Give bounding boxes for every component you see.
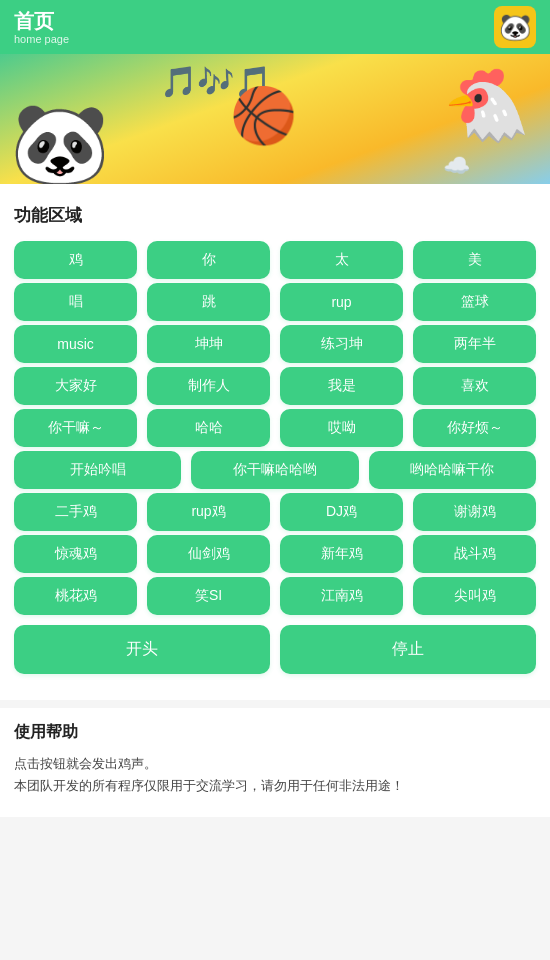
btn-niganmahahayao[interactable]: 你干嘛哈哈哟	[191, 451, 358, 489]
btn-jianjiaoji[interactable]: 尖叫鸡	[413, 577, 536, 615]
header-title-block: 首页 home page	[14, 9, 69, 45]
panda-icon: 🐼	[10, 104, 110, 184]
button-row-8: 惊魂鸡 仙剑鸡 新年鸡 战斗鸡	[14, 535, 536, 573]
help-title: 使用帮助	[14, 722, 536, 743]
page-title: 首页	[14, 9, 69, 33]
btn-mei[interactable]: 美	[413, 241, 536, 279]
button-row-5: 你干嘛～ 哈哈 哎呦 你好烦～	[14, 409, 536, 447]
action-row: 开头 停止	[14, 625, 536, 674]
btn-zhandouji[interactable]: 战斗鸡	[413, 535, 536, 573]
banner: 🎵🎶🎵 🐼 🏀 🐔 ☁️	[0, 54, 550, 184]
btn-kunkun[interactable]: 坤坤	[147, 325, 270, 363]
btn-woshi[interactable]: 我是	[280, 367, 403, 405]
btn-chang[interactable]: 唱	[14, 283, 137, 321]
basketball-icon: 🏀	[230, 84, 297, 147]
btn-aiyou[interactable]: 哎呦	[280, 409, 403, 447]
btn-niganma[interactable]: 你干嘛～	[14, 409, 137, 447]
button-row-1: 鸡 你 太 美	[14, 241, 536, 279]
btn-zhizuoren[interactable]: 制作人	[147, 367, 270, 405]
btn-tiao[interactable]: 跳	[147, 283, 270, 321]
function-section-title: 功能区域	[14, 204, 536, 227]
btn-jinghungji[interactable]: 惊魂鸡	[14, 535, 137, 573]
btn-xinnianii[interactable]: 新年鸡	[280, 535, 403, 573]
help-text-line2: 本团队开发的所有程序仅限用于交流学习，请勿用于任何非法用途！	[14, 775, 536, 797]
button-row-3: music 坤坤 练习坤 两年半	[14, 325, 536, 363]
button-row-2: 唱 跳 rup 篮球	[14, 283, 536, 321]
btn-music[interactable]: music	[14, 325, 137, 363]
btn-kaishiyinchang[interactable]: 开始吟唱	[14, 451, 181, 489]
btn-yoahahamaganni[interactable]: 哟哈哈嘛干你	[369, 451, 536, 489]
btn-ni[interactable]: 你	[147, 241, 270, 279]
main-content: 功能区域 鸡 你 太 美 唱 跳 rup 篮球 music 坤坤 练习坤 两年半…	[0, 184, 550, 700]
btn-xianjianji[interactable]: 仙剑鸡	[147, 535, 270, 573]
button-row-9: 桃花鸡 笑SI 江南鸡 尖叫鸡	[14, 577, 536, 615]
btn-xihuan[interactable]: 喜欢	[413, 367, 536, 405]
btn-liangnianban[interactable]: 两年半	[413, 325, 536, 363]
btn-taohuaji[interactable]: 桃花鸡	[14, 577, 137, 615]
btn-rupji[interactable]: rup鸡	[147, 493, 270, 531]
button-row-7: 二手鸡 rup鸡 DJ鸡 谢谢鸡	[14, 493, 536, 531]
stop-button[interactable]: 停止	[280, 625, 536, 674]
btn-rup[interactable]: rup	[280, 283, 403, 321]
avatar-emoji: 🐼	[499, 12, 531, 43]
btn-dajiahao[interactable]: 大家好	[14, 367, 137, 405]
btn-jiangnanji[interactable]: 江南鸡	[280, 577, 403, 615]
btn-nihaofan[interactable]: 你好烦～	[413, 409, 536, 447]
help-text-line1: 点击按钮就会发出鸡声。	[14, 753, 536, 775]
btn-tai[interactable]: 太	[280, 241, 403, 279]
chicken-icon: 🐔	[443, 64, 530, 146]
btn-xiejieji[interactable]: 谢谢鸡	[413, 493, 536, 531]
btn-djji[interactable]: DJ鸡	[280, 493, 403, 531]
start-button[interactable]: 开头	[14, 625, 270, 674]
button-row-4: 大家好 制作人 我是 喜欢	[14, 367, 536, 405]
btn-xiaosi[interactable]: 笑SI	[147, 577, 270, 615]
avatar: 🐼	[494, 6, 536, 48]
banner-inner: 🎵🎶🎵 🐼 🏀 🐔 ☁️	[0, 54, 550, 184]
btn-haha[interactable]: 哈哈	[147, 409, 270, 447]
btn-ershouji[interactable]: 二手鸡	[14, 493, 137, 531]
btn-lanqiu[interactable]: 篮球	[413, 283, 536, 321]
page-subtitle: home page	[14, 33, 69, 45]
button-row-6: 开始吟唱 你干嘛哈哈哟 哟哈哈嘛干你	[14, 451, 536, 489]
header: 首页 home page 🐼	[0, 0, 550, 54]
cloud-icon: ☁️	[443, 153, 470, 179]
help-section: 使用帮助 点击按钮就会发出鸡声。 本团队开发的所有程序仅限用于交流学习，请勿用于…	[0, 700, 550, 817]
btn-lianxikun[interactable]: 练习坤	[280, 325, 403, 363]
btn-ji[interactable]: 鸡	[14, 241, 137, 279]
